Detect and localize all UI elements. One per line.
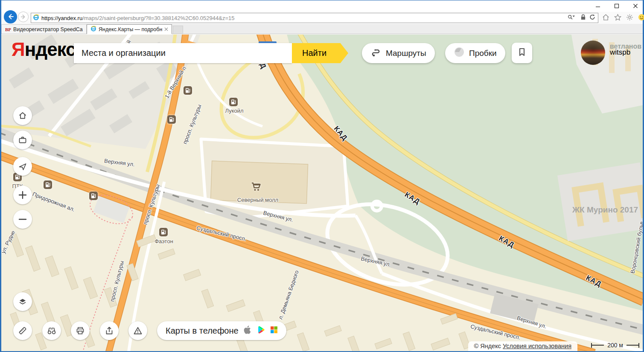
minimize-button[interactable] bbox=[594, 2, 602, 10]
routes-button[interactable]: Маршруты bbox=[362, 43, 435, 63]
report-error-button[interactable] bbox=[128, 321, 147, 340]
bookmark-icon bbox=[517, 47, 527, 59]
feedback-smiley-icon[interactable] bbox=[638, 13, 644, 23]
terms-link[interactable]: Условия использования bbox=[503, 343, 571, 349]
copyright-label: © Яндекс bbox=[474, 343, 501, 349]
gas-station-icon[interactable] bbox=[159, 227, 168, 239]
tab2-title: Яндекс.Карты — подробна... bbox=[99, 26, 162, 32]
tab-close-icon[interactable] bbox=[164, 26, 168, 32]
settings-gear-icon[interactable] bbox=[626, 13, 634, 23]
new-tab-button[interactable] bbox=[173, 26, 183, 34]
search-input[interactable] bbox=[74, 43, 292, 63]
layers-button[interactable] bbox=[13, 292, 32, 311]
tab-speedcam[interactable]: BP Видеорегистратор SpeedCam... bbox=[1, 24, 87, 34]
title-bar[interactable] bbox=[1, 0, 643, 12]
zoom-in-button[interactable] bbox=[13, 186, 32, 204]
refresh-icon[interactable] bbox=[589, 14, 595, 22]
tab1-favicon: BP bbox=[5, 27, 11, 32]
geolocation-button[interactable] bbox=[13, 157, 32, 176]
map-label: ЖК Мурино 2017 bbox=[572, 205, 638, 215]
lock-icon bbox=[580, 14, 586, 22]
favorites-star-icon[interactable] bbox=[614, 13, 622, 23]
url-text[interactable]: https://yandex.ru/maps/2/saint-petersbur… bbox=[41, 15, 567, 21]
routes-label: Маршруты bbox=[386, 49, 426, 58]
apple-icon[interactable] bbox=[244, 325, 252, 337]
ruler-button[interactable] bbox=[13, 321, 32, 340]
map-label[interactable]: Фаэтон bbox=[154, 238, 173, 244]
user-avatar[interactable] bbox=[581, 41, 605, 65]
browser-window: https://yandex.ru/maps/2/saint-petersbur… bbox=[0, 0, 644, 352]
print-button[interactable] bbox=[71, 321, 90, 340]
close-button[interactable] bbox=[632, 2, 639, 10]
panoramas-button[interactable] bbox=[42, 321, 61, 340]
traffic-light-icon bbox=[454, 47, 465, 60]
home-map-button[interactable] bbox=[13, 106, 32, 125]
page-favicon-icon bbox=[33, 14, 39, 22]
share-button[interactable] bbox=[100, 321, 119, 340]
microsoft-icon[interactable] bbox=[270, 326, 278, 336]
mall-poi-icon[interactable] bbox=[251, 182, 262, 194]
tab2-favicon-icon bbox=[90, 26, 96, 33]
maximize-button[interactable] bbox=[613, 2, 621, 10]
map-label[interactable]: Северный молл bbox=[237, 197, 278, 203]
google-play-icon[interactable] bbox=[257, 326, 265, 336]
traffic-label: Пробки bbox=[469, 49, 497, 58]
gas-station-icon[interactable] bbox=[43, 180, 52, 191]
scale-bar: 200 м bbox=[591, 342, 639, 349]
map-copyright: © Яндекс Условия использования bbox=[468, 341, 577, 351]
promo-label: Карты в телефоне bbox=[166, 326, 239, 336]
traffic-button[interactable]: Пробки bbox=[445, 43, 505, 63]
tab-yandex-maps[interactable]: Яндекс.Карты — подробна... bbox=[87, 24, 172, 34]
gas-station-icon[interactable] bbox=[183, 86, 192, 97]
back-button[interactable] bbox=[4, 10, 17, 23]
url-field[interactable]: https://yandex.ru/maps/2/saint-petersbur… bbox=[31, 13, 598, 23]
mobile-apps-promo[interactable]: Карты в телефоне bbox=[157, 321, 286, 340]
forward-button[interactable] bbox=[18, 12, 29, 22]
yandex-logo[interactable]: Яндекс bbox=[12, 39, 76, 60]
gas-station-icon[interactable] bbox=[229, 97, 238, 108]
search-button[interactable]: Найти bbox=[292, 43, 348, 63]
address-bar-row: https://yandex.ru/maps/2/saint-petersbur… bbox=[1, 12, 643, 24]
tab-bar: BP Видеорегистратор SpeedCam... Яндекс.К… bbox=[1, 24, 643, 34]
gas-station-icon[interactable] bbox=[167, 115, 176, 126]
search-bar bbox=[74, 43, 292, 63]
gas-station-icon[interactable] bbox=[89, 191, 98, 202]
bookmarks-button[interactable] bbox=[512, 43, 532, 63]
search-dropdown-icon[interactable] bbox=[568, 14, 577, 22]
username-label[interactable]: witspb bbox=[610, 48, 630, 57]
work-bookmark-button[interactable] bbox=[13, 131, 32, 149]
tab1-title: Видеорегистратор SpeedCam... bbox=[13, 26, 83, 32]
zoom-out-button[interactable] bbox=[13, 210, 32, 229]
route-icon bbox=[370, 47, 382, 60]
map-viewport[interactable]: КАДКАДКАДКАДКАДпросп. Культурыпросп. Кул… bbox=[1, 35, 643, 351]
home-browser-icon[interactable] bbox=[602, 13, 610, 23]
scale-label: 200 м bbox=[604, 342, 627, 349]
